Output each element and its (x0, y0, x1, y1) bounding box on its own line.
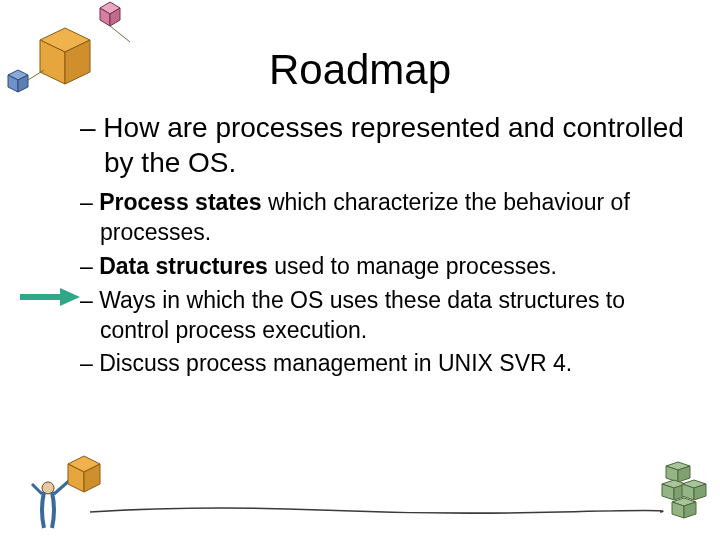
bullet-item: – Discuss process management in UNIX SVR… (80, 349, 690, 379)
slide-title: Roadmap (0, 46, 720, 94)
svg-marker-12 (60, 288, 80, 306)
bullet-item: – Process states which characterize the … (80, 188, 690, 248)
bullet-text: How are processes represented and contro… (103, 112, 684, 178)
bullet-dash: – (80, 112, 103, 143)
bullet-dash: – (80, 253, 99, 279)
bullet-item: – Ways in which the OS uses these data s… (80, 286, 690, 346)
svg-line-3 (110, 26, 130, 42)
bullet-dash: – (80, 350, 99, 376)
decor-bottom (0, 450, 720, 540)
bullet-dash: – (80, 189, 99, 215)
bullet-dash: – (80, 287, 99, 313)
bullet-bold: Data structures (99, 253, 268, 279)
bullet-text: Ways in which the OS uses these data str… (99, 287, 625, 343)
bullet-text: Discuss process management in UNIX SVR 4… (99, 350, 572, 376)
bullet-bold: Process states (99, 189, 261, 215)
bullet-item: – Data structures used to manage process… (80, 252, 690, 282)
bullet-text: used to manage processes. (268, 253, 557, 279)
current-item-arrow-icon (20, 288, 80, 306)
slide: Roadmap – How are processes represented … (0, 0, 720, 540)
bullet-list: – How are processes represented and cont… (80, 110, 690, 383)
bullet-item: – How are processes represented and cont… (80, 110, 690, 180)
